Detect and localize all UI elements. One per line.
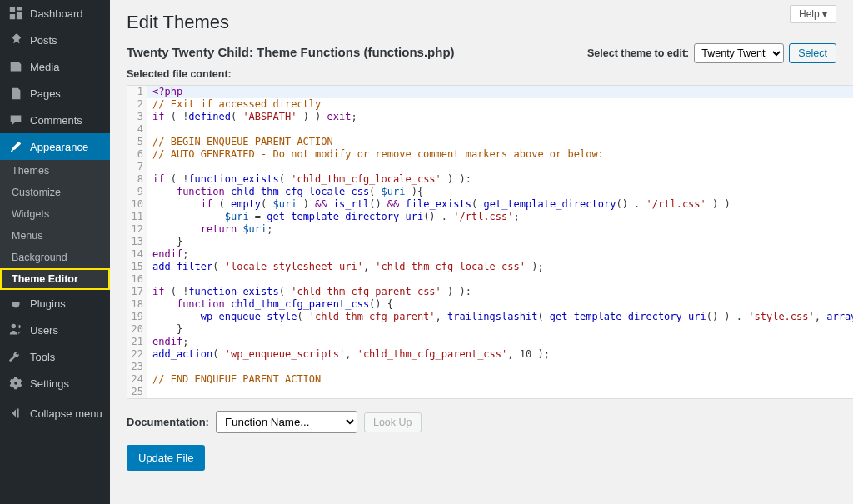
sidebar-item-dashboard[interactable]: Dashboard bbox=[0, 0, 110, 27]
code-line: 13 } bbox=[127, 236, 853, 248]
code-line: 25 bbox=[127, 386, 853, 398]
sidebar-item-media[interactable]: Media bbox=[0, 53, 110, 80]
sidebar-item-appearance[interactable]: Appearance bbox=[0, 133, 110, 160]
page-title: Edit Themes bbox=[127, 12, 836, 33]
code-line: 2// Exit if accessed directly bbox=[127, 98, 853, 111]
code-line: 17if ( !function_exists( 'chld_thm_cfg_p… bbox=[127, 286, 853, 298]
code-line: 21endif; bbox=[127, 336, 853, 348]
main-content: Help ▾ Edit Themes Twenty Twenty Child: … bbox=[110, 0, 853, 504]
documentation-label: Documentation: bbox=[127, 416, 209, 428]
code-line: 11 $uri = get_template_directory_uri() .… bbox=[127, 211, 853, 223]
help-button[interactable]: Help ▾ bbox=[790, 5, 836, 23]
code-editor[interactable]: 1<?php2// Exit if accessed directly3if (… bbox=[127, 85, 853, 399]
sidebar-item-tools[interactable]: Tools bbox=[0, 343, 110, 370]
sidebar-item-label: Posts bbox=[30, 34, 57, 47]
code-line: 1<?php bbox=[127, 86, 853, 98]
sidebar-item-label: Users bbox=[30, 324, 58, 337]
lookup-button[interactable]: Look Up bbox=[364, 412, 422, 432]
sub-title: Twenty Twenty Child: Theme Functions (fu… bbox=[127, 45, 455, 59]
select-theme-button[interactable]: Select bbox=[789, 43, 836, 63]
sidebar-item-label: Plugins bbox=[30, 297, 66, 310]
theme-select[interactable]: Twenty Twenty Cl bbox=[694, 43, 784, 63]
sidebar-subitem-menus[interactable]: Menus bbox=[0, 225, 110, 247]
code-line: 18 function chld_thm_cfg_parent_css() { bbox=[127, 298, 853, 311]
code-line: 15add_filter( 'locale_stylesheet_uri', '… bbox=[127, 261, 853, 273]
sidebar-item-label: Media bbox=[30, 61, 59, 73]
sidebar-item-label: Dashboard bbox=[30, 7, 83, 20]
sidebar-item-settings[interactable]: Settings bbox=[0, 370, 110, 397]
sidebar-subitem-themes[interactable]: Themes bbox=[0, 160, 110, 182]
sidebar-item-comments[interactable]: Comments bbox=[0, 107, 110, 133]
code-line: 23 bbox=[127, 361, 853, 373]
code-line: 5// BEGIN ENQUEUE PARENT ACTION bbox=[127, 136, 853, 148]
code-line: 24// END ENQUEUE PARENT ACTION bbox=[127, 373, 853, 386]
code-line: 16 bbox=[127, 273, 853, 286]
code-line: 8if ( !function_exists( 'chld_thm_cfg_lo… bbox=[127, 173, 853, 186]
sidebar-item-label: Appearance bbox=[30, 141, 88, 153]
code-line: 6// AUTO GENERATED - Do not modify or re… bbox=[127, 148, 853, 161]
sidebar-item-label: Comments bbox=[30, 114, 82, 127]
code-line: 3if ( !defined( 'ABSPATH' ) ) exit; bbox=[127, 111, 853, 123]
select-theme-label: Select theme to edit: bbox=[587, 47, 689, 59]
documentation-select[interactable]: Function Name... bbox=[216, 411, 357, 433]
code-line: 12 return $uri; bbox=[127, 223, 853, 236]
sidebar-item-label: Pages bbox=[30, 87, 61, 100]
update-file-button[interactable]: Update File bbox=[127, 445, 205, 471]
code-line: 9 function chld_thm_cfg_locale_css( $uri… bbox=[127, 186, 853, 198]
code-line: 10 if ( empty( $uri ) && is_rtl() && fil… bbox=[127, 198, 853, 211]
code-line: 14endif; bbox=[127, 248, 853, 261]
admin-sidebar: DashboardPostsMediaPagesCommentsAppearan… bbox=[0, 0, 110, 504]
sidebar-subitem-theme-editor[interactable]: Theme Editor bbox=[0, 268, 110, 290]
sidebar-item-plugins[interactable]: Plugins bbox=[0, 290, 110, 317]
sidebar-subitem-customize[interactable]: Customize bbox=[0, 182, 110, 203]
code-line: 22add_action( 'wp_enqueue_scripts', 'chl… bbox=[127, 348, 853, 361]
sidebar-item-label: Tools bbox=[30, 351, 55, 363]
code-line: 20 } bbox=[127, 323, 853, 336]
sidebar-item-pages[interactable]: Pages bbox=[0, 80, 110, 107]
code-line: 7 bbox=[127, 161, 853, 173]
sidebar-subitem-background[interactable]: Background bbox=[0, 247, 110, 268]
collapse-menu[interactable]: Collapse menu bbox=[0, 400, 110, 427]
selected-file-label: Selected file content: bbox=[127, 68, 836, 80]
code-line: 19 wp_enqueue_style( 'chld_thm_cfg_paren… bbox=[127, 311, 853, 323]
code-line: 4 bbox=[127, 123, 853, 136]
sidebar-item-posts[interactable]: Posts bbox=[0, 27, 110, 53]
sidebar-item-label: Settings bbox=[30, 377, 69, 390]
sidebar-subitem-widgets[interactable]: Widgets bbox=[0, 203, 110, 225]
sidebar-item-users[interactable]: Users bbox=[0, 317, 110, 343]
